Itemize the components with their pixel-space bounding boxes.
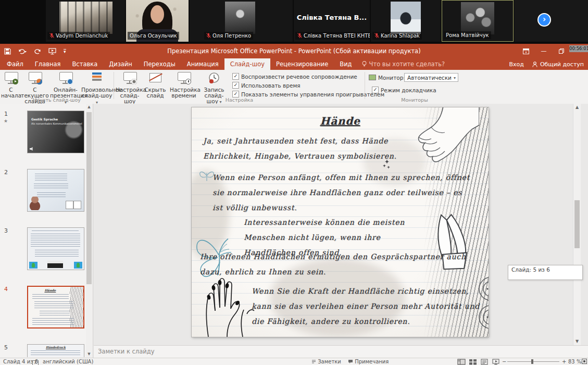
- slideshow-view-button[interactable]: [492, 359, 500, 365]
- slide-paragraph: Wenn eine Person anfängt, offen mit Ihne…: [212, 170, 473, 215]
- tab-insert[interactable]: Вставка: [66, 58, 103, 70]
- scrollbar-thumb[interactable]: [86, 112, 92, 284]
- thumbnail-text: [31, 350, 80, 357]
- thumbnail-text: [35, 250, 79, 258]
- slide-thumbnail-1[interactable]: Gestik Sprache Als nonverbales Kommunika…: [27, 111, 84, 153]
- normal-view-button[interactable]: [457, 359, 466, 365]
- zoom-slider-track[interactable]: [507, 361, 559, 362]
- zoom-out-button[interactable]: −: [502, 358, 506, 365]
- thumbnail-text: [35, 174, 67, 181]
- notes-icon: [311, 359, 316, 364]
- tab-design[interactable]: Дизайн: [103, 58, 138, 70]
- hide-slide-button[interactable]: Скрыть слайд: [144, 71, 167, 99]
- muted-mic-icon: [206, 33, 211, 39]
- slide-thumbnail-2[interactable]: [27, 169, 84, 212]
- checkbox-checked: [372, 87, 379, 93]
- proofing-icon[interactable]: A: [32, 358, 39, 365]
- muted-mic-icon: [49, 33, 54, 39]
- slide-number: 1: [4, 111, 8, 117]
- tab-home[interactable]: Главная: [29, 58, 67, 70]
- tab-file[interactable]: Файл: [1, 58, 29, 70]
- tab-review[interactable]: Рецензирование: [270, 58, 334, 70]
- slide-canvas[interactable]: Hände Ja, seit Jahrtausenden steht fest,…: [192, 107, 489, 337]
- tab-view[interactable]: Вид: [334, 58, 357, 70]
- participant-tile[interactable]: Ольга Осаульчик: [126, 0, 189, 42]
- participant-tile[interactable]: Оля Петренко: [190, 0, 293, 42]
- participant-photo: [391, 2, 421, 34]
- from-beginning-button[interactable]: С начала: [1, 71, 21, 99]
- participant-photo: [461, 2, 494, 34]
- monitor-dropdown[interactable]: Автоматически: [404, 73, 458, 82]
- reading-view-button[interactable]: [480, 359, 489, 365]
- thumbnail-text: [37, 192, 66, 198]
- restore-button[interactable]: [553, 44, 570, 58]
- scroll-up-arrow[interactable]: ▲: [86, 104, 92, 111]
- use-timings-checkbox[interactable]: Использовать время: [232, 82, 301, 89]
- next-participants-button[interactable]: ›: [537, 13, 551, 27]
- zoom-slider-thumb[interactable]: [531, 359, 533, 364]
- video-call-strip: Vadym Demianchuk Ольга Осаульчик Оля Пет…: [0, 0, 588, 44]
- thumbnail-text: [32, 230, 79, 232]
- thumbnail-text: [32, 318, 74, 325]
- participant-name-badge: Слівка Тетяна ВТЕІ КНТЕУ: [295, 32, 370, 40]
- status-bar: Слайд 4 из 6 A английский (США) Заметки …: [0, 358, 588, 365]
- tab-animations[interactable]: Анимация: [181, 58, 224, 70]
- scroll-up-arrow[interactable]: ▲: [573, 104, 581, 111]
- checkbox-label: Режим докладчика: [381, 87, 436, 93]
- slide-paragraph: Wenn Sie die Kraft der Handfläche richti…: [252, 284, 486, 329]
- minimize-button[interactable]: —: [535, 44, 553, 58]
- vertical-scrollbar[interactable]: ▲ ▼: [573, 104, 581, 345]
- play-narrations-checkbox[interactable]: Воспроизвести речевое сопровождение: [232, 73, 357, 80]
- scrollbar-thumb[interactable]: [574, 200, 580, 248]
- person-icon: [532, 62, 537, 67]
- participant-tile-active-speaker[interactable]: Рома Матвійчук: [442, 0, 514, 42]
- slide-thumbnail-5[interactable]: Händedruck: [27, 344, 84, 357]
- fit-to-window-button[interactable]: [582, 358, 587, 365]
- thumbnail-title: Gestik Sprache Als nonverbales Kommunika…: [31, 117, 82, 126]
- checkbox-checked: [232, 73, 239, 80]
- ribbon-display-options-icon[interactable]: [517, 44, 535, 58]
- scroll-down-arrow[interactable]: ▼: [86, 351, 92, 358]
- slide-sorter-view-button[interactable]: [469, 359, 477, 365]
- checkbox-checked: [232, 82, 239, 89]
- sign-in-link[interactable]: Вход: [509, 61, 524, 68]
- zoom-percentage[interactable]: 83 %: [568, 358, 581, 365]
- tell-me-label: Что вы хотите сделать?: [369, 60, 445, 68]
- meeting-timer: 00:56:01: [569, 45, 588, 52]
- thumbnail-text: [31, 234, 80, 248]
- monitor-label: Монитор:: [378, 75, 405, 81]
- tab-slideshow[interactable]: Слайд-шоу: [224, 58, 270, 70]
- notes-placeholder: Заметки к слайду: [94, 348, 155, 355]
- presenter-view-checkbox[interactable]: Режим докладчика: [372, 87, 436, 93]
- notes-toggle[interactable]: Заметки: [311, 358, 341, 365]
- slide-thumbnail-4-selected[interactable]: Hände: [27, 286, 84, 328]
- zoom-in-button[interactable]: +: [562, 358, 566, 365]
- ribbon-slideshow: С начала С текущего слайда Онлайн- презе…: [0, 70, 588, 104]
- language-indicator[interactable]: английский (США): [43, 358, 93, 365]
- account-area: Вход Общий доступ: [509, 58, 584, 70]
- slide-number-selected: 4: [4, 286, 8, 293]
- participant-name-badge: Ольга Осаульчик: [128, 32, 179, 40]
- participant-face: [151, 5, 164, 23]
- scroll-down-arrow[interactable]: ▼: [573, 338, 581, 345]
- participant-name: Оля Петренко: [212, 32, 251, 39]
- rehearse-timings-button[interactable]: Настройка времени: [170, 71, 198, 99]
- comments-toggle[interactable]: Примечания: [348, 358, 389, 365]
- share-button[interactable]: Общий доступ: [532, 61, 584, 68]
- muted-mic-icon: [297, 33, 302, 39]
- comments-icon: [348, 359, 353, 364]
- thumbnail-text: [32, 294, 69, 299]
- notes-panel[interactable]: Заметки к слайду: [94, 345, 588, 358]
- participant-tile[interactable]: Vadym Demianchuk: [46, 0, 125, 42]
- participant-tile[interactable]: Karina Shlapak: [371, 0, 441, 42]
- slide-thumbnail-3[interactable]: [27, 227, 84, 270]
- tell-me-box[interactable]: Что вы хотите сделать?: [358, 58, 445, 70]
- tab-transitions[interactable]: Переходы: [138, 58, 181, 70]
- thumbnail-scrollbar[interactable]: ▲ ▼: [86, 104, 92, 358]
- titlebar: ▾ Презентация Microsoft Office PowerPoin…: [0, 44, 588, 58]
- monitor-dropdown-value: Автоматически: [407, 75, 452, 81]
- participant-tile[interactable]: Слівка Тетяна В... Слівка Тетяна ВТЕІ КН…: [294, 0, 370, 42]
- participant-photo: [59, 2, 112, 34]
- slide-editing-area: Hände Ja, seit Jahrtausenden steht fest,…: [94, 104, 581, 345]
- participant-name-badge: Оля Петренко: [204, 32, 253, 40]
